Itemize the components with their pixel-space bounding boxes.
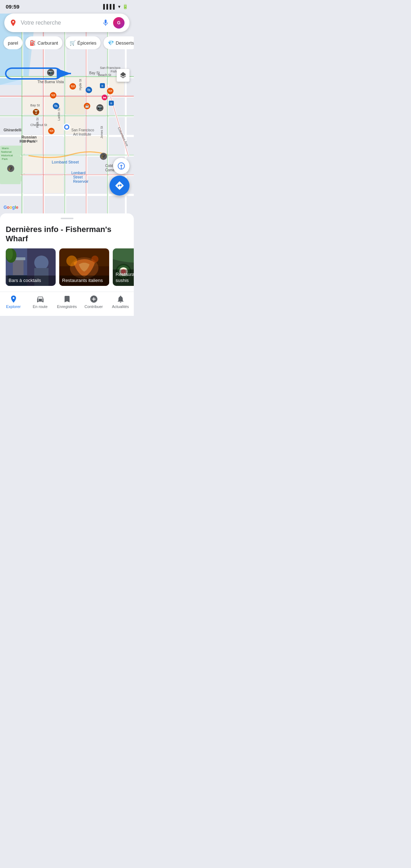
nav-enroute-label: En route	[33, 304, 48, 309]
chip-carburant-icon: ⛽	[30, 40, 36, 46]
svg-text:🍽: 🍽	[50, 129, 53, 133]
explorer-icon	[9, 295, 18, 303]
chip-epiceries[interactable]: 🛒 Épiceries	[65, 36, 101, 49]
svg-text:🍽: 🍽	[71, 84, 75, 88]
mic-icon[interactable]	[102, 19, 110, 27]
maps-logo-icon	[9, 19, 17, 27]
chip-carburant[interactable]: ⛽ Carburant	[25, 36, 62, 49]
avatar[interactable]: G	[113, 17, 125, 29]
svg-rect-45	[22, 156, 42, 173]
card-italian[interactable]: Restaurants italiens	[59, 248, 109, 286]
notifications-icon	[116, 295, 125, 303]
chip-apparel-label: parel	[8, 40, 18, 46]
svg-text:Street: Street	[73, 175, 83, 179]
nav-enregistres[interactable]: Enregistrés	[54, 295, 80, 309]
chip-carburant-label: Carburant	[37, 40, 58, 46]
svg-text:☕: ☕	[85, 104, 90, 108]
saved-icon	[63, 295, 71, 303]
card-italian-image: Restaurants italiens	[59, 248, 109, 286]
nav-explorer[interactable]: Explorer	[0, 295, 27, 309]
svg-text:Hill Park: Hill Park	[20, 139, 36, 143]
card-bars-image: Bars à cocktails	[6, 248, 56, 286]
layers-icon	[119, 71, 127, 79]
svg-rect-42	[45, 136, 64, 154]
map-layers-button[interactable]	[117, 69, 130, 82]
svg-text:Lombard Street: Lombard Street	[52, 160, 79, 164]
nav-explorer-label: Explorer	[6, 304, 21, 309]
svg-rect-11	[0, 194, 134, 196]
bottom-panel: Dernières info - Fisherman's Wharf	[0, 213, 134, 292]
svg-text:Lombard: Lombard	[71, 171, 85, 175]
svg-text:🍽: 🍽	[108, 89, 112, 93]
svg-text:Chestnut St: Chestnut St	[30, 123, 47, 127]
location-button[interactable]	[113, 158, 130, 174]
google-logo: Google	[4, 205, 18, 210]
svg-text:Russian: Russian	[21, 135, 37, 139]
svg-text:San Francisco: San Francisco	[71, 128, 94, 132]
svg-text:Larkin St: Larkin St	[57, 108, 61, 121]
svg-text:Bay St: Bay St	[30, 104, 40, 107]
svg-text:📷: 📷	[97, 105, 102, 110]
svg-text:B: B	[101, 84, 103, 87]
svg-text:Park: Park	[2, 157, 8, 161]
bottom-nav: Explorer En route Enregistrés Contribuer…	[0, 292, 134, 316]
card-sushi-label: Restaurants de sushis	[113, 269, 134, 286]
svg-text:🛏: 🛏	[103, 96, 106, 99]
svg-text:🛍: 🛍	[87, 88, 91, 92]
svg-rect-43	[65, 136, 85, 154]
enroute-icon	[36, 295, 45, 303]
svg-rect-18	[0, 96, 134, 97]
svg-text:National: National	[1, 150, 12, 153]
svg-text:Marin: Marin	[2, 147, 9, 150]
card-sushi-image: Restaurants de sushis	[113, 248, 134, 286]
svg-rect-49	[45, 175, 64, 193]
svg-text:Beach St: Beach St	[98, 73, 111, 77]
cards-container[interactable]: Bars à cocktails Restaurants italiens	[0, 248, 134, 292]
search-placeholder[interactable]: Votre recherche	[21, 20, 98, 26]
svg-point-111	[65, 126, 68, 128]
svg-point-130	[91, 256, 98, 263]
directions-icon	[115, 181, 125, 191]
chip-desserts-icon: 💎	[108, 40, 114, 46]
svg-text:Historical: Historical	[1, 154, 13, 157]
card-bars-label: Bars à cocktails	[6, 276, 56, 286]
svg-text:Jones St: Jones St	[100, 126, 103, 138]
nav-contribuer[interactable]: Contribuer	[80, 295, 107, 309]
chip-epiceries-label: Épiceries	[77, 40, 96, 46]
chips-container: parel ⛽ Carburant 🛒 Épiceries 💎 Desserts…	[0, 36, 134, 49]
card-italian-label: Restaurants italiens	[59, 276, 109, 286]
annotation-arrow	[5, 65, 76, 82]
svg-rect-48	[22, 175, 42, 193]
nav-enroute[interactable]: En route	[27, 295, 54, 309]
svg-text:🛍: 🛍	[54, 104, 58, 108]
svg-point-0	[12, 21, 14, 23]
svg-rect-46	[45, 156, 64, 173]
chip-desserts-label: Desserts	[116, 40, 134, 46]
nav-actualites-label: Actualités	[112, 304, 129, 309]
chip-desserts[interactable]: 💎 Desserts	[103, 36, 134, 49]
search-bar[interactable]: Votre recherche G	[4, 14, 130, 32]
svg-text:B: B	[110, 102, 112, 105]
svg-text:Art Institute: Art Institute	[73, 132, 91, 136]
panel-handle[interactable]	[61, 218, 73, 219]
nav-actualites[interactable]: Actualités	[107, 295, 134, 309]
svg-rect-119	[13, 259, 24, 277]
svg-text:Hyde St: Hyde St	[78, 79, 82, 90]
chip-epiceries-icon: 🛒	[70, 40, 76, 46]
svg-text:Reservoir: Reservoir	[73, 180, 88, 183]
svg-rect-23	[0, 115, 134, 116]
svg-text:🍸: 🍸	[34, 110, 39, 114]
svg-text:🍽: 🍽	[51, 93, 55, 97]
card-sushi[interactable]: Restaurants de sushis	[113, 248, 134, 286]
svg-rect-115	[6, 68, 61, 79]
svg-text:Ghirardelli: Ghirardelli	[4, 128, 21, 132]
nav-enregistres-label: Enregistrés	[57, 304, 77, 309]
svg-text:🎓: 🎓	[8, 166, 13, 171]
contribute-icon	[90, 295, 98, 303]
directions-button[interactable]	[110, 176, 130, 196]
navigation-icon	[117, 162, 126, 170]
chip-apparel[interactable]: parel	[4, 36, 22, 49]
nav-contribuer-label: Contribuer	[85, 304, 103, 309]
svg-point-129	[66, 256, 77, 266]
card-bars[interactable]: Bars à cocktails	[6, 248, 56, 286]
